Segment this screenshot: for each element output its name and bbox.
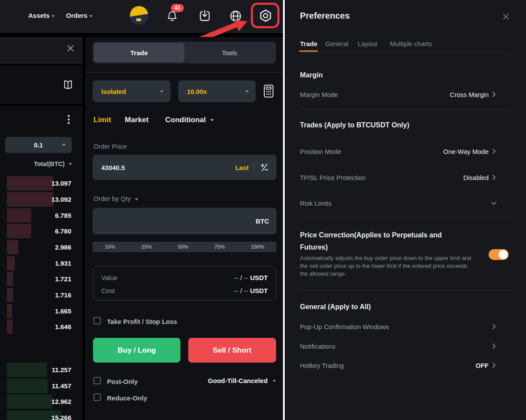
ask-total: 1.931 — [55, 256, 71, 270]
ask-row[interactable]: 13.097 — [0, 176, 83, 190]
chevron-right-icon — [490, 343, 497, 350]
chevron-down-icon — [245, 90, 249, 93]
chevron-down-icon — [62, 144, 66, 146]
value-amount: -- / -- USDT — [234, 274, 268, 281]
reduce-only-checkbox[interactable] — [93, 393, 101, 401]
orderbook-total-header[interactable]: Total(BTC) — [0, 160, 72, 168]
chevron-right-icon — [490, 148, 497, 155]
bid-row[interactable]: 12.962 — [0, 394, 83, 409]
ask-total: 1.721 — [55, 272, 71, 286]
cost-label: Cost — [101, 287, 115, 294]
ask-row[interactable]: 2.986 — [0, 240, 83, 254]
tpsl-checkbox[interactable] — [93, 317, 101, 324]
bid-depth-bar — [7, 394, 52, 409]
tab-multiple-charts[interactable]: Multiple charts — [390, 40, 432, 47]
kebab-menu-icon[interactable] — [67, 114, 70, 125]
order-type-market[interactable]: Market — [125, 116, 149, 124]
leverage-value: 10.00x — [187, 88, 207, 95]
quantity-input[interactable]: BTC — [93, 208, 276, 234]
post-only-label: Post-Only — [107, 378, 138, 385]
ask-row[interactable]: 1.721 — [0, 272, 83, 286]
bid-total: 11.257 — [52, 363, 71, 377]
ask-depth-bar — [7, 224, 31, 238]
last-price-button[interactable]: Last — [235, 164, 249, 171]
divider — [85, 72, 283, 73]
chevron-down-icon — [89, 15, 93, 17]
close-icon[interactable] — [502, 13, 510, 20]
ask-total: 1.665 — [55, 304, 71, 318]
percent-25[interactable]: 25% — [141, 244, 152, 250]
tick-size-dropdown[interactable]: 0.1 — [5, 137, 72, 153]
tab-layout[interactable]: Layout — [358, 40, 377, 47]
ask-row[interactable]: 1.646 — [0, 320, 83, 334]
order-price-input[interactable]: 43040.5 Last — [93, 155, 276, 180]
ask-depth-bar — [7, 288, 13, 302]
percent-10[interactable]: 10% — [105, 244, 115, 250]
ask-total: 6.785 — [55, 208, 71, 223]
margin-mode-value: Isolated — [101, 88, 126, 95]
ask-total: 6.780 — [55, 224, 71, 238]
ask-depth-bar — [7, 272, 13, 286]
order-type-conditional[interactable]: Conditional — [165, 116, 214, 124]
tab-general[interactable]: General — [325, 40, 348, 47]
preferences-title: Preferences — [300, 11, 350, 21]
ask-row[interactable]: 6.780 — [0, 224, 83, 238]
section-trades-title: Trades (Apply to BTCUSDT Only) — [300, 121, 409, 129]
left-chart-toolbar-card — [0, 65, 83, 104]
close-icon[interactable] — [66, 44, 75, 53]
notification-count-badge: 41 — [171, 4, 184, 12]
ask-row[interactable]: 6.785 — [0, 208, 83, 223]
ask-row[interactable]: 13.092 — [0, 192, 83, 207]
tab-trade[interactable]: Trade — [94, 43, 184, 62]
ask-row[interactable]: 1.931 — [0, 256, 83, 270]
active-tab-underline — [299, 50, 318, 52]
chevron-right-icon — [490, 174, 497, 181]
left-top-card — [0, 37, 83, 64]
calculator-icon[interactable] — [262, 84, 275, 98]
chevron-right-icon — [490, 362, 497, 369]
avatar-mouth-shape — [136, 18, 141, 21]
order-price-label: Order Price — [93, 143, 127, 150]
ask-row[interactable]: 1.665 — [0, 304, 83, 318]
ask-depth-bar — [7, 256, 15, 270]
divider — [300, 109, 511, 109]
quantity-unit: BTC — [256, 217, 269, 225]
orderbook-book-icon[interactable] — [62, 80, 74, 90]
price-adjust-icon[interactable] — [260, 163, 269, 172]
bid-row[interactable]: 15.266 — [0, 410, 83, 420]
nav-orders-menu[interactable]: Orders — [66, 12, 93, 19]
divider — [300, 217, 511, 218]
sell-short-button[interactable]: Sell / Short — [188, 338, 276, 363]
order-by-qty-label[interactable]: Order by Qty — [93, 195, 138, 202]
bid-total: 11.457 — [52, 379, 71, 393]
trade-tools-segmented-control: Trade Tools — [93, 42, 276, 63]
percent-75[interactable]: 75% — [214, 244, 225, 250]
bid-row[interactable]: 11.457 — [0, 379, 83, 393]
leverage-dropdown[interactable]: 10.00x — [178, 80, 256, 102]
tab-tools[interactable]: Tools — [184, 43, 275, 62]
ask-depth-bar — [7, 192, 53, 207]
price-correction-toggle[interactable] — [489, 249, 509, 260]
download-icon[interactable] — [198, 9, 212, 23]
cost-row: Cost -- / -- USDT — [101, 284, 268, 297]
percent-50[interactable]: 50% — [178, 244, 188, 250]
order-type-limit[interactable]: Limit — [93, 116, 111, 124]
tab-trade[interactable]: Trade — [300, 40, 317, 47]
trade-panel: Trade Tools Isolated 10.00x Limit Market — [85, 37, 283, 420]
ask-depth-bar — [7, 304, 12, 318]
chevron-down-icon — [135, 198, 138, 200]
buy-long-button[interactable]: Buy / Long — [93, 338, 180, 363]
cost-amount: -- / -- USDT — [234, 287, 268, 294]
bid-row[interactable]: 11.257 — [0, 363, 83, 377]
ask-row[interactable]: 1.716 — [0, 288, 83, 302]
nav-assets-label: Assets — [28, 12, 50, 19]
price-correction-description: Automatically adjusts the buy order pric… — [300, 254, 475, 278]
divider — [254, 163, 254, 172]
section-price-correction-title: Price Correction(Applies to Perpetuals a… — [300, 229, 465, 253]
user-avatar[interactable] — [130, 6, 148, 24]
nav-assets-menu[interactable]: Assets — [28, 12, 55, 19]
time-in-force-dropdown[interactable]: Good-Till-Canceled — [192, 377, 276, 385]
post-only-checkbox[interactable] — [93, 377, 101, 384]
percent-100[interactable]: 100% — [251, 244, 264, 250]
margin-mode-dropdown[interactable]: Isolated — [93, 80, 170, 102]
